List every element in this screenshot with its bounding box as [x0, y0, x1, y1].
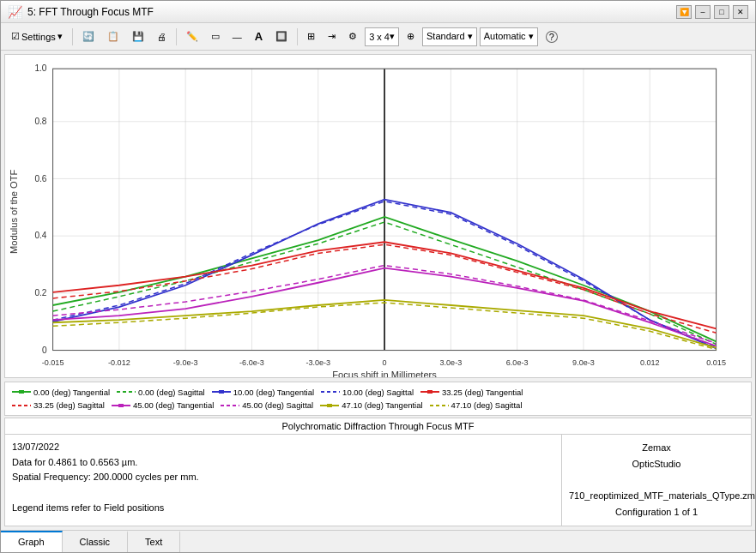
legend-item-33s: 33.25 (deg) Sagittal: [12, 399, 105, 412]
info-legend-note: Legend items refer to Field positions: [12, 501, 554, 516]
svg-text:-9.0e-3: -9.0e-3: [173, 358, 198, 367]
grid-dropdown-arrow: ▾: [390, 31, 395, 42]
refresh-button[interactable]: 🔄: [77, 27, 100, 47]
svg-text:0.4: 0.4: [34, 231, 46, 240]
grid-icon: ⊞: [307, 31, 315, 42]
svg-text:0: 0: [383, 358, 387, 367]
circle-icon: ⊕: [407, 31, 414, 42]
export-button[interactable]: ⇥: [323, 27, 341, 47]
toolbar: ☑ Settings ▾ 🔄 📋 💾 🖨 ✏️ ▭ — A: [1, 23, 755, 51]
svg-text:6.0e-3: 6.0e-3: [506, 358, 529, 367]
svg-text:-3.0e-3: -3.0e-3: [305, 358, 330, 367]
toolbar-separator-3: [297, 28, 298, 45]
close-button[interactable]: ✕: [733, 5, 748, 19]
legend-row-1: 0.00 (deg) Tangential 0.00 (deg) Sagitta…: [12, 386, 744, 399]
svg-text:0.015: 0.015: [706, 358, 726, 367]
svg-rect-46: [427, 390, 432, 394]
help-button[interactable]: ?: [541, 27, 563, 47]
graph-svg: 0 0.2 0.4 0.6 0.8 1.0 Modulus of the OTF…: [5, 55, 751, 377]
settings2-button[interactable]: ⚙: [343, 27, 362, 47]
tab-text[interactable]: Text: [128, 531, 180, 552]
standard-dropdown[interactable]: Standard ▾: [422, 27, 477, 46]
svg-text:0.2: 0.2: [34, 288, 46, 298]
pencil-button[interactable]: ✏️: [181, 27, 203, 47]
settings-icon: ☑: [11, 31, 20, 42]
copy-button[interactable]: 📋: [102, 27, 124, 47]
export-icon: ⇥: [328, 31, 336, 42]
info-spatial-freq: Spatial Frequency: 200.0000 cycles per m…: [12, 470, 554, 485]
automatic-label: Automatic ▾: [484, 31, 534, 42]
standard-label: Standard ▾: [426, 31, 473, 42]
info-body: 13/07/2022 Data for 0.4861 to 0.6563 µm.…: [5, 435, 751, 525]
save-button[interactable]: 💾: [127, 27, 149, 47]
text-icon: A: [255, 30, 263, 43]
svg-text:-6.0e-3: -6.0e-3: [239, 358, 264, 367]
settings-button[interactable]: ☑ Settings ▾: [6, 27, 68, 47]
svg-rect-40: [19, 390, 24, 394]
line-icon: —: [233, 32, 242, 42]
tab-graph[interactable]: Graph: [1, 531, 63, 552]
tab-classic[interactable]: Classic: [63, 531, 128, 552]
copy-icon: 📋: [107, 31, 119, 42]
save-icon: 💾: [132, 31, 144, 42]
maximize-button[interactable]: □: [714, 5, 729, 19]
minimize-button[interactable]: –: [695, 5, 711, 19]
pencil-icon: ✏️: [186, 31, 198, 42]
refresh-icon: 🔄: [82, 31, 94, 42]
settings-arrow: ▾: [57, 31, 63, 42]
info-company: Zemax: [569, 440, 744, 456]
info-blank2: [569, 472, 744, 489]
print-button[interactable]: 🖨: [152, 27, 172, 47]
info-wavelength: Data for 0.4861 to 0.6563 µm.: [12, 455, 554, 471]
line-button[interactable]: —: [227, 27, 247, 47]
stamp-button[interactable]: 🔲: [270, 27, 293, 47]
svg-text:-0.012: -0.012: [108, 358, 130, 367]
svg-rect-49: [118, 404, 124, 407]
title-bar-controls: 🔽 – □ ✕: [676, 5, 748, 19]
info-date: 13/07/2022: [12, 440, 554, 455]
bottom-tabs: Graph Classic Text: [1, 530, 755, 552]
grid-select-button[interactable]: ⊞: [302, 27, 320, 47]
svg-rect-43: [219, 390, 224, 394]
stamp-icon: 🔲: [275, 31, 287, 42]
legend-item-45t: 45.00 (deg) Tangential: [112, 399, 214, 412]
info-right: Zemax OpticStudio 710_reoptimized_MTF_ma…: [562, 435, 751, 525]
info-config: Configuration 1 of 1: [569, 504, 744, 520]
window-title: 5: FFT Through Focus MTF: [27, 6, 154, 18]
legend-item-33t: 33.25 (deg) Tangential: [420, 386, 523, 399]
svg-text:3.0e-3: 3.0e-3: [440, 358, 463, 367]
print-icon: 🖨: [157, 32, 166, 42]
svg-text:0.6: 0.6: [34, 174, 46, 183]
info-area: Polychromatic Diffraction Through Focus …: [4, 418, 752, 526]
svg-rect-0: [5, 56, 751, 376]
svg-text:Modulus of the OTF: Modulus of the OTF: [9, 170, 19, 254]
pin-button[interactable]: 🔽: [676, 5, 692, 19]
info-product: OpticStudio: [569, 456, 744, 472]
legend-item-0t: 0.00 (deg) Tangential: [12, 386, 110, 399]
circle-button[interactable]: ⊕: [402, 27, 420, 47]
main-window: 📈 5: FFT Through Focus MTF 🔽 – □ ✕ ☑ Set…: [0, 0, 756, 553]
title-bar-left: 📈 5: FFT Through Focus MTF: [8, 5, 154, 19]
legend-area: 0.00 (deg) Tangential 0.00 (deg) Sagitta…: [4, 382, 752, 416]
svg-text:0.8: 0.8: [34, 117, 46, 126]
toolbar-separator-2: [176, 28, 177, 45]
legend-item-47s: 47.10 (deg) Sagittal: [430, 399, 523, 412]
svg-rect-52: [327, 404, 332, 407]
info-left: 13/07/2022 Data for 0.4861 to 0.6563 µm.…: [5, 435, 562, 525]
title-bar: 📈 5: FFT Through Focus MTF 🔽 – □ ✕: [1, 1, 755, 23]
info-blank: [12, 485, 554, 501]
info-title: Polychromatic Diffraction Through Focus …: [5, 418, 751, 435]
svg-text:-0.015: -0.015: [42, 358, 64, 367]
grid-dropdown[interactable]: 3 x 4 ▾: [365, 27, 399, 46]
graph-area: 0 0.2 0.4 0.6 0.8 1.0 Modulus of the OTF…: [4, 54, 752, 378]
legend-row-2: 33.25 (deg) Sagittal 45.00 (deg) Tangent…: [12, 399, 744, 412]
legend-item-10t: 10.00 (deg) Tangential: [212, 386, 314, 399]
svg-text:Focus shift in Millimeters: Focus shift in Millimeters: [332, 370, 437, 377]
automatic-dropdown[interactable]: Automatic ▾: [480, 27, 538, 46]
svg-text:0: 0: [42, 346, 47, 355]
legend-item-10s: 10.00 (deg) Sagittal: [321, 386, 414, 399]
svg-text:9.0e-3: 9.0e-3: [572, 358, 595, 367]
legend-item-47t: 47.10 (deg) Tangential: [320, 399, 422, 412]
rect-button[interactable]: ▭: [206, 27, 225, 47]
text-button[interactable]: A: [250, 27, 268, 47]
